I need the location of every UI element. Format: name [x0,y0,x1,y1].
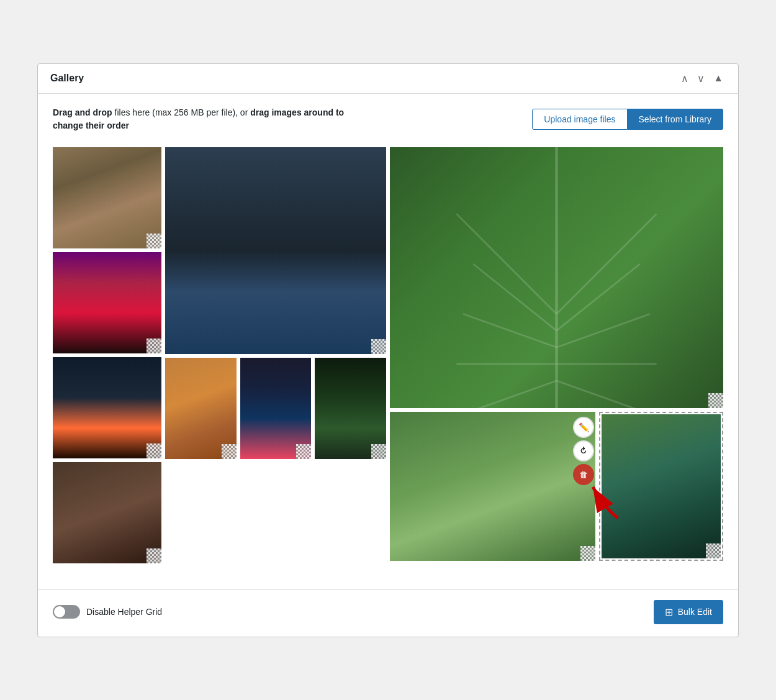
trash-icon: 🗑 [579,470,588,480]
grid-icon: ⊞ [665,606,673,618]
gallery-column-3: ✏️ ↻ 🗑 [390,147,723,565]
svg-line-1 [456,214,556,314]
drag-indicator-9 [708,393,723,408]
gallery-panel: Gallery ∧ ∨ ▲ Drag and drop files here (… [37,63,739,637]
panel-header: Gallery ∧ ∨ ▲ [38,64,738,94]
disable-helper-grid-toggle[interactable] [53,605,80,619]
drag-indicator-6 [222,444,237,459]
instruction-text-1: files here (max 256 MB per file), or [112,107,251,117]
gallery-image-11-wrapper: ✏️ ↻ 🗑 [599,412,723,561]
drag-indicator-2 [147,339,161,353]
panel-controls: ∧ ∨ ▲ [679,71,726,86]
gallery-image-1[interactable] [53,147,161,248]
gallery-image-2[interactable] [53,252,161,353]
move-up-button[interactable]: ▲ [711,71,726,86]
panel-body: Drag and drop files here (max 256 MB per… [38,94,738,589]
gallery-area: ✏️ ↻ 🗑 [53,147,723,565]
shuffle-image-button[interactable]: ↻ [573,440,594,461]
gallery-image-11[interactable] [602,414,721,558]
gallery-column-2-bottom [165,358,386,459]
button-group: Upload image files Select from Library [532,109,723,130]
gallery-image-4[interactable] [53,462,161,563]
gallery-image-9[interactable] [390,147,723,408]
svg-line-6 [557,214,657,314]
instruction-text: Drag and drop files here (max 256 MB per… [53,106,351,132]
drag-indicator-3 [147,443,161,458]
gallery-column-3-bottom: ✏️ ↻ 🗑 [390,412,723,561]
delete-image-button[interactable]: 🗑 [573,464,594,485]
bulk-edit-button[interactable]: ⊞ Bulk Edit [654,600,723,624]
drag-indicator-7 [296,444,311,459]
collapse-down-button[interactable]: ∨ [695,71,707,86]
gallery-image-5[interactable] [165,147,386,354]
select-from-library-button[interactable]: Select from Library [628,109,723,130]
gallery-image-3[interactable] [53,357,161,458]
shuffle-icon: ↻ [577,445,590,457]
svg-line-7 [557,263,640,330]
upload-image-files-button[interactable]: Upload image files [532,109,627,130]
drag-indicator-11 [706,543,721,558]
gallery-image-10[interactable] [390,412,595,561]
instruction-bold1: Drag and drop [53,107,112,117]
selected-image-frame [599,412,723,561]
drag-indicator-5 [371,339,386,354]
collapse-up-button[interactable]: ∧ [679,71,691,86]
gallery-column-1 [53,147,161,565]
gallery-image-6[interactable] [165,358,237,459]
gallery-image-7[interactable] [240,358,312,459]
toggle-label: Disable Helper Grid [86,607,162,617]
svg-line-5 [463,380,556,407]
svg-line-2 [473,263,556,330]
bulk-edit-label: Bulk Edit [678,607,712,617]
panel-title: Gallery [50,73,84,84]
edit-image-button[interactable]: ✏️ [573,417,594,438]
drag-indicator-1 [147,234,161,248]
drag-indicator-10 [580,546,595,561]
panel-footer: Disable Helper Grid ⊞ Bulk Edit [38,589,738,637]
leaf-veins-svg [390,147,723,408]
toggle-container: Disable Helper Grid [53,605,162,619]
drag-indicator-8 [371,444,386,459]
svg-line-10 [557,380,650,407]
pencil-icon: ✏️ [579,422,589,432]
toolbar-row: Drag and drop files here (max 256 MB per… [53,106,723,132]
gallery-image-8[interactable] [315,358,386,459]
image-action-buttons: ✏️ ↻ 🗑 [573,417,594,485]
drag-indicator-4 [147,548,161,563]
gallery-column-2 [165,147,386,565]
